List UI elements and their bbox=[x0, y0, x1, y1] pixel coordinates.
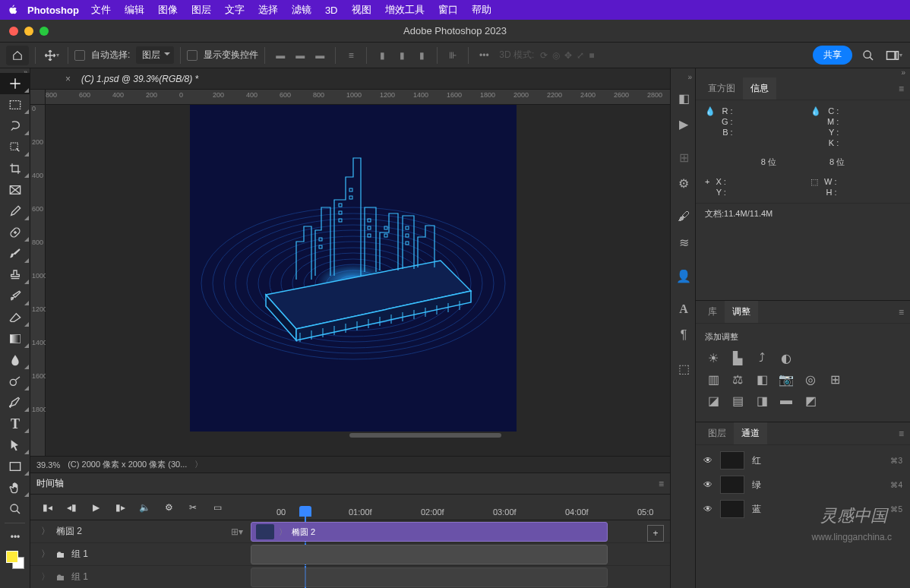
align-top-icon[interactable]: ▮ bbox=[373, 46, 391, 65]
timeline-menu-icon[interactable]: ≡ bbox=[659, 479, 664, 489]
ruler-horizontal[interactable]: 8006004002000200400600800100012001400160… bbox=[30, 90, 670, 105]
more-align-icon[interactable]: ⊪ bbox=[444, 46, 462, 65]
tab-libraries[interactable]: 库 bbox=[700, 301, 725, 323]
shape-tool[interactable] bbox=[0, 456, 30, 477]
ruler-corner[interactable] bbox=[30, 90, 46, 104]
chevron-right-icon[interactable]: 〉 bbox=[41, 571, 50, 583]
tab-info[interactable]: 信息 bbox=[743, 77, 776, 100]
timeline-track[interactable]: 〉🖿组 1 bbox=[30, 566, 670, 588]
timeline-title[interactable]: 时间轴 bbox=[36, 477, 64, 490]
horizontal-scrollbar[interactable] bbox=[349, 433, 501, 438]
audio-button[interactable]: 🔈 bbox=[134, 498, 155, 517]
timeline-clip[interactable]: 〉 椭圆 2 bbox=[251, 522, 608, 542]
split-button[interactable]: ✂ bbox=[182, 498, 204, 517]
channel-row[interactable]: 👁 红 ⌘3 bbox=[696, 448, 910, 473]
brightness-icon[interactable]: ☀ bbox=[705, 350, 722, 365]
menu-help[interactable]: 帮助 bbox=[472, 3, 491, 17]
menu-3d[interactable]: 3D bbox=[325, 5, 338, 16]
align-bottom-icon[interactable]: ▮ bbox=[412, 46, 431, 65]
gradient-tool[interactable] bbox=[0, 328, 30, 349]
status-expand-icon[interactable]: 〉 bbox=[194, 459, 203, 470]
chevron-right-icon[interactable]: 〉 bbox=[41, 548, 50, 561]
brush-settings-icon[interactable]: ≋ bbox=[671, 229, 697, 255]
edit-toolbar-icon[interactable]: ••• bbox=[0, 526, 30, 548]
menu-image[interactable]: 图像 bbox=[158, 3, 178, 17]
minimize-window-button[interactable] bbox=[24, 27, 33, 36]
close-tab-icon[interactable]: × bbox=[65, 74, 71, 84]
move-tool-icon[interactable]: ▾ bbox=[42, 46, 62, 65]
menu-view[interactable]: 视图 bbox=[352, 3, 371, 17]
panel-menu-icon[interactable]: ≡ bbox=[899, 428, 904, 439]
invert-icon[interactable]: ◪ bbox=[705, 393, 722, 408]
levels-icon[interactable]: ▙ bbox=[729, 350, 746, 365]
chevron-right-icon[interactable]: 〉 bbox=[41, 525, 50, 538]
apple-icon[interactable] bbox=[8, 5, 18, 15]
curves-icon[interactable]: ⤴ bbox=[754, 350, 770, 365]
quick-select-tool[interactable] bbox=[0, 137, 30, 158]
hand-tool[interactable] bbox=[0, 477, 30, 498]
channel-mixer-icon[interactable]: ◎ bbox=[802, 371, 819, 387]
type-tool[interactable]: T bbox=[0, 413, 30, 435]
timeline-clip[interactable] bbox=[251, 567, 608, 587]
menu-type[interactable]: 文字 bbox=[225, 3, 245, 17]
healing-tool[interactable] bbox=[0, 222, 30, 243]
history-brush-tool[interactable] bbox=[0, 286, 30, 307]
tab-histogram[interactable]: 直方图 bbox=[700, 77, 743, 100]
color-panel-icon[interactable]: ◧ bbox=[671, 85, 697, 111]
add-track-button[interactable]: + bbox=[647, 525, 664, 542]
search-icon[interactable] bbox=[858, 46, 878, 65]
vibrance-icon[interactable]: ▥ bbox=[705, 371, 722, 387]
exposure-icon[interactable]: ◐ bbox=[778, 350, 795, 365]
stamp-tool[interactable] bbox=[0, 264, 30, 286]
visibility-icon[interactable]: 👁 bbox=[703, 479, 713, 490]
align-right-icon[interactable]: ▬ bbox=[311, 46, 329, 65]
expand-panels-icon[interactable]: » bbox=[671, 73, 695, 85]
hue-icon[interactable]: ⚖ bbox=[729, 371, 746, 387]
character-icon[interactable]: A bbox=[671, 296, 697, 322]
home-button[interactable] bbox=[6, 46, 29, 65]
brushes-icon[interactable]: 🖌 bbox=[671, 204, 697, 229]
playhead[interactable] bbox=[299, 506, 311, 521]
marquee-tool[interactable] bbox=[0, 94, 30, 115]
tab-adjustments[interactable]: 调整 bbox=[725, 301, 758, 323]
navigator-icon[interactable]: ▶ bbox=[671, 111, 697, 137]
3d-camera-icon[interactable]: ■ bbox=[589, 50, 594, 61]
tab-channels[interactable]: 通道 bbox=[734, 422, 767, 444]
menu-filter[interactable]: 滤镜 bbox=[292, 3, 311, 17]
play-button[interactable]: ▶ bbox=[85, 498, 106, 517]
workspace-switcher-icon[interactable]: ▾ bbox=[884, 46, 904, 65]
overflow-icon[interactable]: ••• bbox=[475, 46, 493, 65]
canvas-viewport[interactable] bbox=[46, 105, 670, 456]
ruler-vertical[interactable]: 020040060080010001200140016001800 bbox=[30, 105, 46, 456]
timeline-track[interactable]: 〉🖿组 1 bbox=[30, 543, 670, 566]
auto-select-checkbox[interactable] bbox=[74, 50, 85, 61]
zoom-tool[interactable] bbox=[0, 498, 30, 520]
share-button[interactable]: 共享 bbox=[813, 46, 852, 65]
posterize-icon[interactable]: ▤ bbox=[729, 393, 746, 408]
align-center-h-icon[interactable]: ▬ bbox=[291, 46, 309, 65]
eraser-tool[interactable] bbox=[0, 307, 30, 328]
3d-panel-icon[interactable]: ⬚ bbox=[671, 356, 697, 381]
canvas[interactable] bbox=[190, 105, 517, 432]
menu-file[interactable]: 文件 bbox=[91, 3, 111, 17]
menu-window[interactable]: 窗口 bbox=[438, 3, 458, 17]
pen-tool[interactable] bbox=[0, 392, 30, 413]
menu-layer[interactable]: 图层 bbox=[191, 3, 211, 17]
color-lookup-icon[interactable]: ⊞ bbox=[826, 371, 843, 387]
align-left-icon[interactable]: ▬ bbox=[271, 46, 289, 65]
distribute-icon[interactable]: ≡ bbox=[342, 46, 360, 65]
swatches-icon[interactable]: ⊞ bbox=[671, 144, 697, 170]
eyedropper-tool[interactable] bbox=[0, 201, 30, 222]
3d-slide-icon[interactable]: ⤢ bbox=[577, 50, 584, 61]
settings-button[interactable]: ⚙ bbox=[158, 498, 179, 517]
menu-plugins[interactable]: 增效工具 bbox=[385, 3, 425, 17]
visibility-icon[interactable]: 👁 bbox=[703, 455, 713, 466]
history-icon[interactable]: 👤 bbox=[671, 263, 697, 289]
crop-tool[interactable] bbox=[0, 158, 30, 179]
track-options-icon[interactable]: ⊞▾ bbox=[231, 526, 243, 537]
move-tool[interactable] bbox=[0, 73, 30, 94]
color-swatches[interactable] bbox=[6, 551, 24, 569]
timeline-clip[interactable] bbox=[251, 545, 608, 564]
photo-filter-icon[interactable]: 📷 bbox=[778, 371, 795, 387]
3d-pan-icon[interactable]: ✥ bbox=[564, 50, 572, 61]
